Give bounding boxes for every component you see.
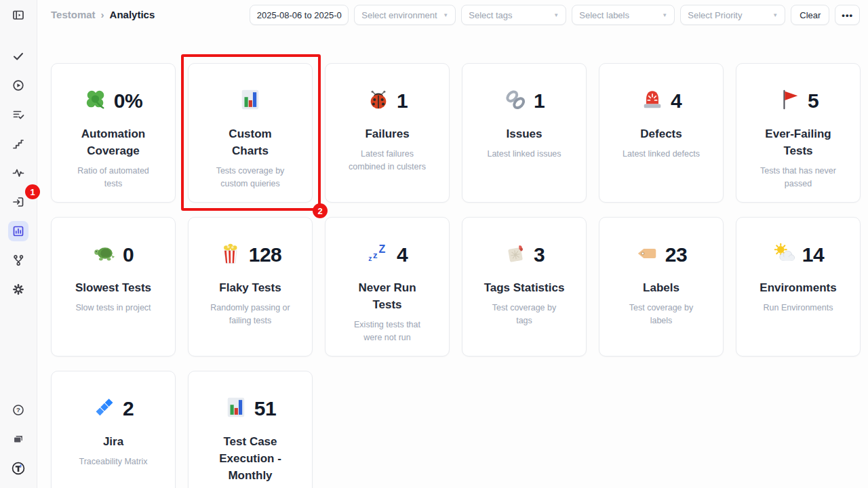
card-slowest-tests[interactable]: 0Slowest TestsSlow tests in project [51,217,176,357]
turtle-icon [93,242,116,268]
card-value: 5 [808,89,818,113]
page-title: Analytics [110,9,155,20]
card-title: Labels [643,280,679,297]
sidebar-item-check[interactable] [8,46,28,66]
card-value: 4 [397,243,408,266]
svg-text:Z: Z [378,243,385,255]
card-value: 1 [534,89,545,113]
card-stat: 1 [504,89,545,113]
branch-icon [12,253,25,267]
panel-toggle-icon [12,8,25,22]
priority-select[interactable]: Select Priority ▼ [680,5,785,25]
card-value: 3 [534,243,545,266]
list-check-icon [12,108,25,121]
card-custom-charts[interactable]: CustomChartsTests coverage bycustom quie… [188,63,313,203]
environment-select-placeholder: Select environment [361,10,437,20]
sidebar-item-play-circle[interactable] [8,75,28,96]
card-title: Flaky Tests [219,280,281,297]
clear-button[interactable]: Clear [791,5,829,25]
tags-select[interactable]: Select tags ▼ [461,5,566,25]
environment-select[interactable]: Select environment ▼ [354,5,456,25]
sidebar-item-pulse[interactable] [8,163,28,183]
card-ever-failing-tests[interactable]: 5Ever-FailingTestsTests that has neverpa… [736,63,861,203]
labels-select[interactable]: Select labels ▼ [572,5,675,25]
card-flaky-tests[interactable]: 128Flaky TestsRandomly passing orfailing… [188,217,313,357]
sidebar-item-docs[interactable] [8,429,28,449]
breadcrumb-separator: › [101,9,104,20]
card-defects[interactable]: 4DefectsLatest linked defects [599,63,724,203]
labels-select-placeholder: Select labels [579,10,629,20]
card-issues[interactable]: 1IssuesLatest linked issues [462,63,587,203]
bar-chart-emoji-icon [224,396,248,422]
sidebar-item-branch[interactable] [8,250,28,270]
pulse-icon [12,166,25,180]
card-labels[interactable]: 23LabelsTest coverage bylabels [599,217,724,357]
more-options-button[interactable]: ••• [835,5,860,25]
docs-icon [12,432,25,446]
card-title: Jira [103,434,123,451]
card-title: Ever-FailingTests [765,126,831,160]
card-stat: zzZ4 [367,243,408,267]
sign-in-icon [12,195,25,209]
sidebar-item-panel-toggle[interactable] [8,5,28,25]
card-never-run-tests[interactable]: zzZ4Never RunTestsExisting tests thatwer… [325,217,450,357]
card-title: CustomCharts [229,126,271,160]
breadcrumb: Testomat › Analytics [51,9,155,20]
play-circle-icon [12,79,25,92]
chevron-down-icon: ▼ [443,12,448,18]
chevron-down-icon: ▼ [553,12,559,18]
card-stat: 3 [504,243,545,267]
card-subtitle: Slow tests in project [75,302,151,314]
card-subtitle: Tests that has neverpassed [760,165,836,191]
card-test-case-execution-monthly[interactable]: 51Test CaseExecution -Monthly [188,371,313,488]
card-stat: 0 [93,243,134,267]
card-subtitle: Existing tests thatwere not run [354,319,420,345]
card-stat: 128 [219,243,282,267]
card-stat: 2 [93,396,134,421]
gear-icon [12,283,25,296]
card-stat: 5 [778,89,818,113]
card-value: 0 [123,243,134,266]
sidebar-item-testomat-logo[interactable] [8,458,28,479]
ladybug-icon [367,88,390,114]
sidebar-item-gear[interactable] [8,279,28,300]
card-stat: 4 [641,89,682,113]
card-title: Test CaseExecution -Monthly [219,434,281,485]
sidebar-item-analytics-bar-chart[interactable] [8,221,28,241]
chevron-down-icon: ▼ [772,12,778,18]
card-failures[interactable]: 1FailuresLatest failurescombined in culs… [325,63,450,203]
sidebar-item-sign-in[interactable] [8,192,28,212]
date-range-input[interactable]: 2025-08-06 to 2025-0 [250,5,349,25]
card-tags-statistics[interactable]: 3Tags StatisticsTest coverage bytags [462,217,587,357]
card-subtitle: Tests coverage bycustom quieries [216,165,285,191]
sidebar-item-list-check[interactable] [8,104,28,125]
card-stat: 14 [772,243,824,267]
clover-icon [84,88,107,114]
analytics-bar-chart-icon [12,224,25,238]
card-subtitle: Randomly passing orfailing tests [210,302,290,328]
card-value: 128 [249,243,282,266]
card-jira[interactable]: 2JiraTraceability Matrix [51,371,176,488]
check-icon [12,49,25,63]
card-value: 0% [114,89,142,113]
card-title: Never RunTests [358,280,416,314]
card-environments[interactable]: 14EnvironmentsRun Environments [736,217,861,357]
bar-chart-emoji-icon [239,88,262,114]
card-value: 4 [671,89,682,113]
card-subtitle: Latest linked issues [487,148,561,161]
tag-icon [635,242,658,268]
breadcrumb-project-link[interactable]: Testomat [51,9,96,20]
card-subtitle: Traceability Matrix [79,455,148,468]
card-stat: 0% [84,89,142,113]
card-stat [239,89,262,113]
card-title: AutomationCoverage [81,126,145,160]
priority-select-placeholder: Select Priority [688,10,742,20]
card-value: 1 [397,89,408,113]
siren-icon [641,88,664,114]
sidebar-item-steps[interactable] [8,134,28,154]
card-subtitle: Test coverage bytags [492,302,557,328]
card-subtitle: Latest failurescombined in culsters [349,148,426,174]
popcorn-icon [219,242,242,268]
card-automation-coverage[interactable]: 0%AutomationCoverageRatio of automatedte… [51,63,176,203]
sidebar-item-help[interactable]: ? [8,400,28,420]
